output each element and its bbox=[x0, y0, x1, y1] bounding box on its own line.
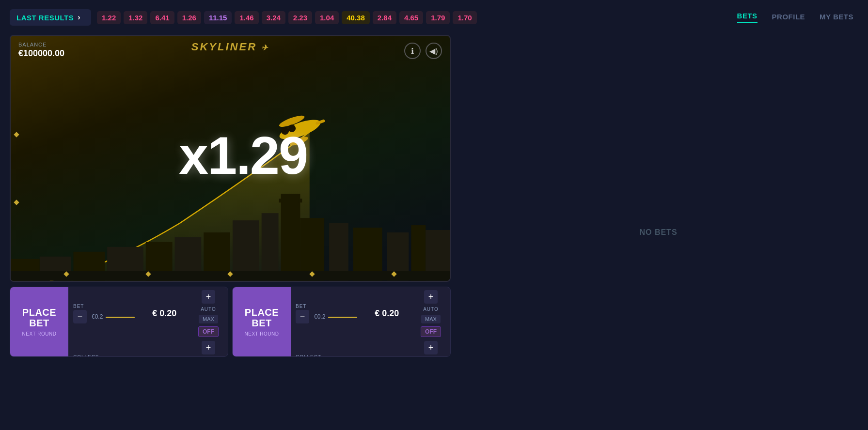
place-bet-button-2[interactable]: PLACE BET NEXT ROUND bbox=[233, 287, 291, 356]
bottom-dot-1 bbox=[63, 271, 69, 276]
max-button-top-1[interactable]: MAX bbox=[199, 315, 218, 323]
bet-value-1: € 0.20 bbox=[135, 308, 194, 319]
bet-sub-value-2: €0.2 bbox=[314, 313, 325, 320]
nav-tab-my-bets[interactable]: MY BETS bbox=[820, 13, 853, 23]
auto-section-bot-2: + AUTO MAX OFF bbox=[416, 341, 445, 357]
result-badge-6[interactable]: 3.24 bbox=[262, 11, 285, 24]
toggle-off-top-2[interactable]: OFF bbox=[421, 326, 441, 337]
next-round-label-2: NEXT ROUND bbox=[245, 331, 279, 337]
svg-rect-9 bbox=[298, 199, 302, 202]
result-badge-4[interactable]: 11.15 bbox=[204, 11, 232, 24]
bet-plus-2[interactable]: + bbox=[424, 290, 438, 304]
bottom-dot-5 bbox=[392, 271, 397, 276]
next-round-label-1: NEXT ROUND bbox=[22, 331, 57, 337]
auto-section-bot-1: + AUTO MAX OFF bbox=[194, 341, 223, 357]
auto-section-top-2: + AUTO MAX OFF bbox=[416, 290, 445, 337]
last-results-label: LAST RESULTS bbox=[16, 14, 74, 22]
bet-label-1: BET bbox=[73, 304, 135, 309]
result-badge-7[interactable]: 2.23 bbox=[288, 11, 312, 24]
bet-controls: PLACE BET NEXT ROUND BET − €0.2 bbox=[10, 287, 451, 357]
bet-sub-value-1: €0.2 bbox=[92, 313, 103, 320]
collect-plus-1[interactable]: + bbox=[202, 341, 215, 354]
bottom-dot-4 bbox=[309, 271, 315, 276]
svg-rect-10 bbox=[262, 213, 279, 280]
result-badge-10[interactable]: 2.84 bbox=[373, 11, 396, 24]
nav-tab-bets[interactable]: BETS bbox=[737, 12, 758, 23]
result-badge-9[interactable]: 40.38 bbox=[342, 11, 370, 24]
result-badge-12[interactable]: 1.79 bbox=[426, 11, 450, 24]
result-badge-11[interactable]: 4.65 bbox=[399, 11, 423, 24]
chevron-right-icon: › bbox=[78, 13, 80, 22]
yellow-bar-1 bbox=[106, 317, 135, 318]
auto-label-top-1: AUTO bbox=[201, 307, 216, 312]
collect-label-2: COLLECT bbox=[296, 354, 361, 357]
result-badge-8[interactable]: 1.04 bbox=[315, 11, 339, 24]
result-badge-1[interactable]: 1.32 bbox=[124, 11, 147, 24]
collect-label-1: COLLECT bbox=[73, 354, 138, 357]
toggle-off-top-1[interactable]: OFF bbox=[198, 326, 219, 337]
nav-tab-profile[interactable]: PROFILE bbox=[772, 13, 805, 23]
nav-tabs: BETSPROFILEMY BETS bbox=[737, 12, 858, 23]
place-bet-label-1: PLACE BET bbox=[20, 307, 59, 328]
no-bets-text: NO BETS bbox=[639, 228, 677, 237]
city-silhouette bbox=[11, 184, 450, 281]
bet-panel-2: PLACE BET NEXT ROUND BET − €0.2 bbox=[232, 287, 451, 357]
right-sidebar: NO BETS bbox=[458, 35, 858, 430]
auto-label-top-2: AUTO bbox=[423, 307, 439, 312]
bet-value-2: € 0.20 bbox=[357, 308, 416, 319]
bottom-dot-2 bbox=[145, 271, 151, 276]
result-badge-2[interactable]: 6.41 bbox=[150, 11, 174, 24]
svg-rect-7 bbox=[281, 194, 300, 280]
bet-row-2: BET − €0.2 € 0.20 + AUTO MAX bbox=[296, 290, 445, 337]
bet-right-1: BET − €0.2 € 0.20 + AUTO MAX bbox=[68, 287, 228, 356]
bet-plus-1[interactable]: + bbox=[202, 290, 215, 304]
place-bet-button-1[interactable]: PLACE BET NEXT ROUND bbox=[10, 287, 68, 356]
game-canvas: BALANCE €100000.00 SKYLINER ✈ ℹ ◀) bbox=[10, 35, 451, 282]
top-bar: LAST RESULTS › 1.221.326.411.2611.151.46… bbox=[0, 0, 868, 35]
multiplier-display: x1.29 bbox=[179, 124, 307, 186]
bet-panel-1: PLACE BET NEXT ROUND BET − €0.2 bbox=[10, 287, 228, 357]
max-button-top-2[interactable]: MAX bbox=[421, 315, 441, 323]
collect-row-1: COLLECT − ×1.35 × 1.35 + AUTO MAX bbox=[73, 341, 223, 357]
bet-right-2: BET − €0.2 € 0.20 + AUTO MAX bbox=[291, 287, 450, 356]
auto-section-top-1: + AUTO MAX OFF bbox=[194, 290, 223, 337]
place-bet-label-2: PLACE BET bbox=[242, 307, 281, 328]
bet-row-1: BET − €0.2 € 0.20 + AUTO MAX bbox=[73, 290, 223, 337]
yellow-bar-2 bbox=[328, 317, 357, 318]
results-list: 1.221.326.411.2611.151.463.242.231.0440.… bbox=[97, 11, 737, 24]
bottom-dots bbox=[11, 272, 450, 276]
result-badge-5[interactable]: 1.46 bbox=[235, 11, 258, 24]
bet-label-2: BET bbox=[296, 304, 357, 309]
bottom-dot-3 bbox=[227, 271, 233, 276]
result-badge-13[interactable]: 1.70 bbox=[453, 11, 476, 24]
collect-row-2: COLLECT − ×1.35 × 1.35 + AUTO MAX bbox=[296, 341, 445, 357]
result-badge-0[interactable]: 1.22 bbox=[97, 11, 121, 24]
bet-minus-1[interactable]: − bbox=[73, 310, 87, 323]
svg-rect-8 bbox=[279, 199, 283, 202]
game-panel: BALANCE €100000.00 SKYLINER ✈ ℹ ◀) bbox=[10, 35, 451, 430]
last-results-button[interactable]: LAST RESULTS › bbox=[10, 9, 91, 26]
bet-minus-2[interactable]: − bbox=[296, 310, 309, 323]
result-badge-3[interactable]: 1.26 bbox=[177, 11, 201, 24]
collect-plus-2[interactable]: + bbox=[424, 341, 438, 354]
main-layout: BALANCE €100000.00 SKYLINER ✈ ℹ ◀) bbox=[0, 35, 868, 430]
